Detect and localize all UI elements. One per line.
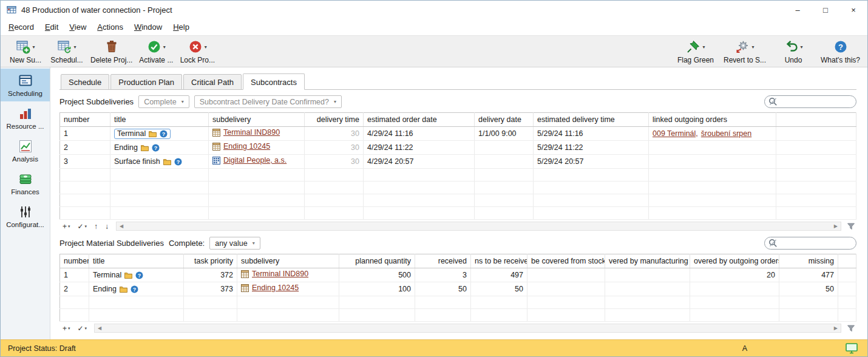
scroll-left-icon[interactable]: ◀	[117, 223, 126, 229]
confirm-row-button[interactable]: ✓▾	[75, 222, 90, 231]
subdelivery-link[interactable]: Terminal IND890	[223, 128, 280, 137]
subdelivery-link[interactable]: Terminal IND890	[252, 270, 308, 279]
menu-edit[interactable]: Edit	[39, 20, 64, 34]
col-title[interactable]: title	[89, 254, 184, 268]
folder-icon[interactable]	[120, 286, 127, 293]
col-covered-by-manufacturing[interactable]: vered by manufacturing	[605, 254, 690, 268]
revert-to-saved-button[interactable]: ▾ Revert to S...	[724, 39, 766, 64]
lock-project-button[interactable]: ▾ Lock Pro...	[180, 39, 215, 64]
linked-order-link[interactable]: šroubení srpen	[701, 129, 751, 138]
dropdown-arrow-icon[interactable]: ▾	[801, 44, 803, 50]
empty-row[interactable]	[60, 169, 856, 182]
col-linked-outgoing-orders[interactable]: linked outgoing orders	[649, 113, 776, 127]
sidebar-item-configuration[interactable]: Configurat...	[1, 200, 50, 233]
dropdown-arrow-icon[interactable]: ▾	[32, 44, 35, 50]
schedule-button[interactable]: ▾ Schedul...	[49, 39, 84, 64]
col-number[interactable]: number	[60, 254, 89, 268]
col-planned-quantity[interactable]: planned quantity	[339, 254, 415, 268]
focused-cell[interactable]: Terminal ?	[114, 129, 171, 139]
move-down-button[interactable]: ↓	[102, 222, 112, 231]
col-to-be-received[interactable]: ns to be received	[471, 254, 527, 268]
complete-filter-dropdown[interactable]: Complete ▾	[138, 95, 189, 108]
menu-actions[interactable]: Actions	[92, 20, 129, 34]
subdelivery-link[interactable]: Ending 10245	[252, 284, 299, 293]
whats-this-button[interactable]: ? What's this?	[821, 39, 860, 64]
scroll-right-icon[interactable]: ▶	[831, 223, 841, 229]
menu-help[interactable]: Help	[168, 20, 195, 34]
undo-button[interactable]: ▾ Undo	[776, 39, 811, 64]
sidebar-item-analysis[interactable]: Analysis	[1, 134, 50, 167]
add-row-button[interactable]: +▾	[59, 324, 73, 333]
minimize-button[interactable]: –	[784, 1, 812, 19]
confirm-row-button[interactable]: ✓▾	[75, 324, 90, 333]
col-estimated-delivery-time[interactable]: estimated delivery time	[534, 113, 649, 127]
scroll-right-icon[interactable]: ▶	[831, 325, 841, 331]
new-subdelivery-button[interactable]: ▾ New Su...	[8, 39, 43, 64]
subdelivery-link[interactable]: Digital People, a.s.	[223, 156, 287, 165]
empty-row[interactable]	[60, 194, 856, 207]
move-up-button[interactable]: ↑	[91, 222, 101, 231]
col-delivery-time[interactable]: delivery time	[305, 113, 364, 127]
dropdown-arrow-icon[interactable]: ▾	[751, 44, 754, 50]
col-delivery-date[interactable]: delivery date	[475, 113, 534, 127]
sidebar-item-finances[interactable]: Finances	[1, 167, 50, 200]
menu-window[interactable]: Window	[129, 20, 168, 34]
table-row[interactable]: 2 Ending ? 373 Ending 10245	[60, 282, 856, 296]
dropdown-arrow-icon[interactable]: ▾	[205, 44, 207, 50]
search-box[interactable]	[764, 237, 856, 250]
menu-view[interactable]: View	[64, 20, 92, 34]
linked-order-link[interactable]: 009 Terminál,	[653, 129, 698, 138]
search-box[interactable]	[764, 95, 856, 108]
help-icon[interactable]: ?	[135, 271, 143, 279]
tab-production-plan[interactable]: Production Plan	[110, 74, 182, 90]
col-estimated-order-date[interactable]: estimated order date	[364, 113, 475, 127]
confirmed-filter-dropdown[interactable]: Subcontract Delivery Date Confirmed? ▾	[194, 95, 342, 108]
sidebar-item-resource[interactable]: Resource ...	[1, 101, 50, 134]
help-icon[interactable]: ?	[174, 158, 182, 166]
col-number[interactable]: number	[60, 113, 110, 127]
folder-icon[interactable]	[124, 272, 132, 279]
maximize-button[interactable]: □	[812, 1, 839, 19]
col-received[interactable]: received	[415, 254, 471, 268]
table-row[interactable]: 1 Terminal ? Terminal IND890	[60, 127, 856, 141]
col-covered-from-stock[interactable]: be covered from stock	[527, 254, 605, 268]
help-icon[interactable]: ?	[160, 130, 168, 138]
tab-critical-path[interactable]: Critical Path	[183, 74, 242, 90]
col-task-priority[interactable]: task priority	[184, 254, 237, 268]
add-row-button[interactable]: +▾	[59, 222, 73, 231]
empty-row[interactable]	[60, 296, 856, 309]
tab-subcontracts[interactable]: Subcontracts	[243, 73, 305, 90]
scrollbar-track[interactable]	[126, 222, 831, 230]
empty-row[interactable]	[60, 182, 856, 194]
horizontal-scrollbar[interactable]: ◀ ▶	[116, 222, 841, 231]
folder-icon[interactable]	[163, 158, 171, 165]
dropdown-arrow-icon[interactable]: ▾	[702, 44, 705, 50]
filter-icon[interactable]	[846, 324, 856, 333]
material-complete-dropdown[interactable]: any value ▾	[209, 237, 260, 250]
close-button[interactable]: ×	[839, 1, 867, 19]
table-row[interactable]: 1 Terminal ? 372 Terminal IND890	[60, 268, 856, 282]
col-missing[interactable]: missing	[779, 254, 838, 268]
empty-row[interactable]	[60, 309, 856, 322]
col-subdelivery[interactable]: subdelivery	[237, 254, 339, 268]
flag-green-button[interactable]: ▾ Flag Green	[677, 39, 714, 64]
help-icon[interactable]: ?	[152, 144, 160, 152]
menu-record[interactable]: Record	[3, 20, 39, 34]
filter-icon[interactable]	[846, 222, 856, 231]
col-covered-by-outgoing[interactable]: overed by outgoing orders	[690, 254, 779, 268]
empty-row[interactable]	[60, 207, 856, 220]
help-icon[interactable]: ?	[131, 285, 138, 293]
subdelivery-link[interactable]: Ending 10245	[223, 142, 270, 151]
tab-schedule[interactable]: Schedule	[61, 74, 109, 90]
sidebar-item-scheduling[interactable]: Scheduling	[1, 69, 50, 101]
scroll-left-icon[interactable]: ◀	[95, 325, 104, 331]
folder-icon[interactable]	[149, 131, 157, 137]
dropdown-arrow-icon[interactable]: ▾	[73, 44, 76, 50]
scrollbar-track[interactable]	[104, 324, 831, 332]
horizontal-scrollbar[interactable]: ◀ ▶	[94, 324, 841, 333]
table-row[interactable]: 3 Surface finish ? Digital People, a.s.	[60, 155, 856, 169]
table-row[interactable]: 2 Ending ? Ending 10245	[60, 141, 856, 155]
activate-button[interactable]: ▾ Activate ...	[138, 39, 174, 64]
col-title[interactable]: title	[110, 113, 209, 127]
delete-project-button[interactable]: Delete Proj...	[90, 39, 132, 64]
